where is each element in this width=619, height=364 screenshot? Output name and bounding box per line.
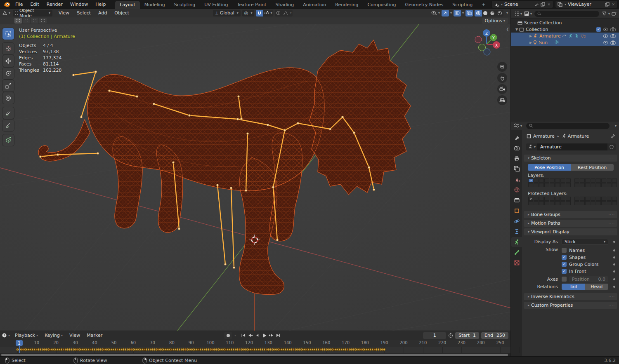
select-mode-subtract-button[interactable] bbox=[31, 18, 38, 23]
layer-cell[interactable] bbox=[544, 178, 549, 183]
axes-checkbox[interactable] bbox=[562, 277, 567, 282]
bone-joint[interactable] bbox=[136, 95, 138, 97]
disable-render-camera-icon[interactable] bbox=[610, 27, 616, 31]
bone-joint[interactable] bbox=[95, 70, 97, 73]
viewlayer-selector[interactable]: ▾ ViewLayer ✕ bbox=[555, 0, 618, 8]
bone-joint[interactable] bbox=[80, 116, 82, 118]
bone-joint[interactable] bbox=[172, 161, 174, 163]
bone-joint[interactable] bbox=[72, 74, 74, 76]
tool-select-box-button[interactable] bbox=[2, 28, 14, 40]
layer-cell[interactable] bbox=[550, 201, 555, 205]
layer-cell[interactable] bbox=[539, 183, 544, 187]
expand-icon[interactable]: ▶ bbox=[529, 34, 533, 38]
bone-joint[interactable] bbox=[224, 263, 226, 265]
layer-cell[interactable] bbox=[528, 183, 533, 187]
relations-tail-button[interactable]: Tail bbox=[562, 284, 585, 290]
select-mode-new-button[interactable] bbox=[14, 18, 22, 23]
layer-cell[interactable] bbox=[539, 178, 544, 183]
layer-cell[interactable] bbox=[580, 183, 585, 187]
layer-cell[interactable] bbox=[574, 183, 579, 187]
new-viewlayer-icon[interactable] bbox=[605, 2, 610, 7]
layer-cell[interactable] bbox=[580, 201, 585, 205]
hide-eye-icon[interactable] bbox=[603, 34, 608, 38]
layer-cell[interactable] bbox=[566, 197, 571, 201]
bone-joint[interactable] bbox=[108, 89, 110, 92]
outliner-row-armature[interactable]: ▶ Armature ▽2 bbox=[511, 33, 619, 39]
jump-to-end-button[interactable] bbox=[275, 332, 281, 338]
breadcrumb-data[interactable]: Armature bbox=[568, 134, 589, 139]
auto-keying-button[interactable] bbox=[224, 332, 232, 339]
layer-cell[interactable] bbox=[580, 178, 585, 183]
layer-cell[interactable] bbox=[566, 183, 571, 187]
scene-selector[interactable]: ▾ Scene ✕ bbox=[491, 0, 553, 8]
layer-cell[interactable] bbox=[607, 201, 612, 205]
menu-render[interactable]: Render bbox=[43, 2, 66, 7]
play-button[interactable] bbox=[261, 332, 267, 338]
mode-dropdown[interactable]: Object Mode ▾ bbox=[13, 10, 52, 16]
layer-cell[interactable] bbox=[560, 201, 565, 205]
tab-bone-icon[interactable] bbox=[511, 247, 522, 257]
outliner-search-input[interactable] bbox=[534, 11, 599, 17]
layer-cell[interactable] bbox=[528, 178, 533, 183]
add-workspace-button[interactable]: + bbox=[477, 1, 490, 9]
animate-dot[interactable] bbox=[613, 286, 615, 288]
layer-cell[interactable] bbox=[574, 178, 579, 183]
outliner-row-sun[interactable]: ▶ Sun bbox=[511, 39, 619, 46]
layer-cell[interactable] bbox=[560, 178, 565, 183]
layer-cell[interactable] bbox=[574, 197, 579, 201]
pin-icon[interactable] bbox=[610, 134, 616, 139]
falloff-dropdown[interactable]: ▾ bbox=[282, 10, 293, 16]
frame-start-field[interactable]: Start1 bbox=[455, 332, 479, 339]
shading-material-button[interactable] bbox=[489, 10, 496, 16]
layer-cell[interactable] bbox=[560, 183, 565, 187]
timeline-menu-keying[interactable]: Keying ▾ bbox=[41, 333, 66, 338]
select-mode-intersect-button[interactable] bbox=[39, 18, 47, 23]
layer-cell[interactable] bbox=[601, 201, 606, 205]
menu-window[interactable]: Window bbox=[66, 2, 92, 7]
animate-dot[interactable] bbox=[613, 263, 615, 265]
orientation-dropdown[interactable]: ⊥ Global ▾ bbox=[213, 10, 241, 16]
unlink-scene-icon[interactable]: ✕ bbox=[546, 2, 551, 7]
fake-user-shield-icon[interactable] bbox=[607, 143, 616, 150]
pan-button[interactable] bbox=[497, 73, 507, 83]
tab-data-icon[interactable] bbox=[511, 237, 522, 247]
menu-edit[interactable]: Edit bbox=[26, 2, 43, 7]
workspace-tab-shading[interactable]: Shading bbox=[271, 1, 299, 9]
layer-cell[interactable] bbox=[612, 183, 617, 187]
pivot-dropdown[interactable]: ◎ ▾ bbox=[242, 10, 255, 16]
layer-cell[interactable] bbox=[566, 178, 571, 183]
workspace-tab-layout[interactable]: Layout bbox=[115, 1, 139, 9]
tab-world-icon[interactable] bbox=[511, 185, 522, 195]
workspace-tab-modeling[interactable]: Modeling bbox=[140, 1, 170, 9]
xray-toggle[interactable] bbox=[465, 10, 473, 16]
previous-keyframe-button[interactable] bbox=[247, 332, 253, 338]
tool-scale-button[interactable] bbox=[2, 80, 14, 92]
bone-joint[interactable] bbox=[329, 128, 331, 130]
animate-dot[interactable] bbox=[613, 270, 615, 272]
bone-joint[interactable] bbox=[246, 132, 248, 134]
shading-wireframe-button[interactable] bbox=[475, 10, 482, 16]
shading-solid-button[interactable] bbox=[482, 10, 489, 16]
disable-render-camera-icon[interactable] bbox=[610, 40, 616, 45]
hide-eye-icon[interactable] bbox=[603, 41, 608, 45]
layer-cell[interactable] bbox=[534, 197, 539, 201]
axes-position-slider[interactable]: Position 0.0 bbox=[569, 276, 608, 282]
tab-texture-icon[interactable] bbox=[511, 258, 522, 268]
tool-transform-button[interactable] bbox=[2, 92, 14, 104]
viewport-3d[interactable]: ▾ Object Mode ▾ ViewSelectAddObject ⊥ Gl… bbox=[0, 9, 510, 331]
bone-joint[interactable] bbox=[240, 117, 242, 120]
viewport-menu-object[interactable]: Object bbox=[111, 10, 133, 16]
remove-viewlayer-icon[interactable]: ✕ bbox=[611, 2, 616, 7]
layer-cell[interactable] bbox=[550, 178, 555, 183]
show-shapes-checkbox[interactable]: ✓ bbox=[562, 255, 567, 260]
tab-physics-icon[interactable] bbox=[511, 216, 522, 226]
gizmo-neg-z-axis[interactable] bbox=[484, 49, 490, 55]
animate-dot[interactable] bbox=[613, 249, 615, 251]
outliner-display-mode-icon[interactable] bbox=[514, 11, 519, 16]
workspace-tab-uv-editing[interactable]: UV Editing bbox=[200, 1, 232, 9]
layer-cell[interactable] bbox=[601, 178, 606, 183]
overlays-toggle[interactable] bbox=[454, 10, 461, 16]
layer-cell[interactable] bbox=[591, 197, 595, 201]
collection-checkbox[interactable]: ✓ bbox=[596, 27, 601, 32]
timeline-menu-marker[interactable]: Marker bbox=[83, 333, 106, 338]
